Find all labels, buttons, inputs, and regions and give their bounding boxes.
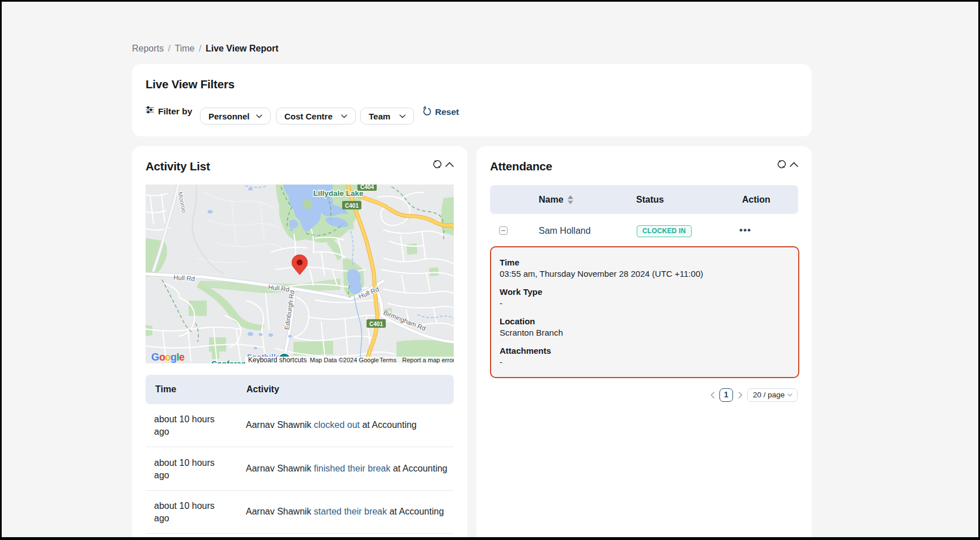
svg-text:g: g bbox=[171, 352, 177, 363]
svg-text:G: G bbox=[151, 352, 159, 363]
svg-text:Report a map error: Report a map error bbox=[402, 357, 454, 363]
svg-text:Terms: Terms bbox=[380, 357, 397, 363]
svg-text:C401: C401 bbox=[369, 321, 383, 327]
svg-text:Lillydale Lake: Lillydale Lake bbox=[313, 189, 364, 198]
svg-text:C401: C401 bbox=[345, 203, 359, 209]
svg-text:C404: C404 bbox=[360, 185, 374, 190]
svg-text:Keyboard shortcuts: Keyboard shortcuts bbox=[248, 356, 306, 363]
svg-text:Map Data ©2024 Google: Map Data ©2024 Google bbox=[310, 357, 379, 363]
svg-text:e: e bbox=[179, 352, 185, 363]
